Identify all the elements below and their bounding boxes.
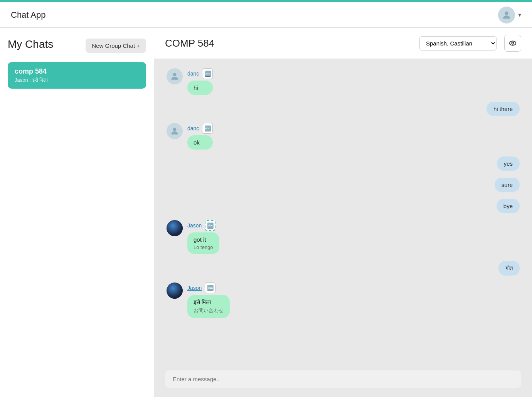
message-row: गोत (167, 261, 520, 276)
main-layout: My Chats New Group Chat + comp 584 Jason… (0, 28, 532, 397)
new-group-chat-button[interactable]: New Group Chat + (86, 39, 146, 53)
message-row: yes (167, 156, 520, 171)
chat-item-preview: Jason : इसे मिला (15, 77, 139, 83)
sidebar: My Chats New Group Chat + comp 584 Jason… (0, 28, 154, 397)
message-content: Jason 🔤 got it Lo tengo (187, 220, 219, 254)
chat-item[interactable]: comp 584 Jason : इसे मिला (8, 62, 146, 89)
message-bubble-right: yes (497, 156, 520, 171)
chevron-down-icon: ▾ (518, 11, 521, 19)
message-bubble-right: bye (497, 199, 520, 213)
user-menu[interactable]: ▾ (498, 7, 521, 24)
topbar: Chat App ▾ (0, 0, 532, 28)
chat-title: COMP 584 (165, 37, 412, 49)
sidebar-header: My Chats New Group Chat + (8, 39, 146, 53)
sender-row: danc 🔤 (187, 123, 213, 134)
chat-item-name: comp 584 (15, 67, 139, 76)
message-row: Jason 🔤 इसे मिला お問い合わせ (167, 283, 520, 318)
message-row: sure (167, 178, 520, 192)
messages-area: danc 🔤 hi hi there danc 🔤 (154, 59, 532, 364)
message-row: danc 🔤 ok (167, 123, 520, 150)
chat-header: COMP 584 Spanish, Castilian English Fren… (154, 28, 532, 59)
app-title: Chat App (11, 10, 46, 20)
translated-text: Lo tengo (194, 244, 213, 250)
sender-avatar (167, 220, 183, 236)
chat-panel: COMP 584 Spanish, Castilian English Fren… (154, 28, 532, 397)
message-bubble: इसे मिला お問い合わせ (187, 295, 230, 318)
user-avatar (498, 7, 515, 24)
svg-point-1 (510, 41, 516, 45)
translate-button[interactable]: 🔤 (202, 68, 213, 79)
translate-button[interactable]: 🔤 (205, 220, 215, 231)
my-chats-title: My Chats (8, 39, 53, 50)
translated-text: お問い合わせ (194, 307, 224, 314)
sender-name[interactable]: Jason (187, 222, 202, 229)
message-content: Jason 🔤 इसे मिला お問い合わせ (187, 283, 230, 318)
language-select[interactable]: Spanish, Castilian English French German… (419, 36, 497, 50)
message-bubble-right: sure (495, 178, 520, 192)
chat-list: comp 584 Jason : इसे मिला (8, 62, 146, 89)
svg-point-4 (173, 128, 177, 131)
message-content: danc 🔤 ok (187, 123, 213, 150)
message-bubble: ok (187, 135, 213, 150)
sender-row: danc 🔤 (187, 68, 213, 79)
translate-button[interactable]: 🔤 (205, 283, 215, 293)
message-row: Jason 🔤 got it Lo tengo (167, 220, 520, 254)
translate-button[interactable]: 🔤 (202, 123, 213, 134)
sender-row: Jason 🔤 (187, 220, 219, 231)
message-content: danc 🔤 hi (187, 68, 213, 95)
message-bubble: got it Lo tengo (187, 232, 219, 254)
message-row: danc 🔤 hi (167, 68, 520, 95)
sender-row: Jason 🔤 (187, 283, 230, 293)
sender-avatar (167, 68, 183, 84)
sender-avatar (167, 283, 183, 299)
message-bubble-right: hi there (487, 102, 520, 116)
svg-point-0 (505, 11, 508, 15)
svg-point-3 (173, 73, 177, 76)
sender-avatar (167, 123, 183, 139)
svg-point-2 (512, 42, 514, 44)
message-row: bye (167, 199, 520, 213)
message-bubble-right: गोत (498, 261, 520, 276)
sender-name[interactable]: danc (187, 71, 199, 77)
message-input-area (154, 364, 532, 397)
message-input[interactable] (165, 370, 521, 388)
eye-button[interactable] (504, 35, 521, 52)
eye-icon (508, 39, 517, 47)
message-bubble: hi (187, 81, 213, 95)
message-row: hi there (167, 102, 520, 116)
sender-name[interactable]: danc (187, 125, 199, 131)
sender-name[interactable]: Jason (187, 285, 202, 291)
